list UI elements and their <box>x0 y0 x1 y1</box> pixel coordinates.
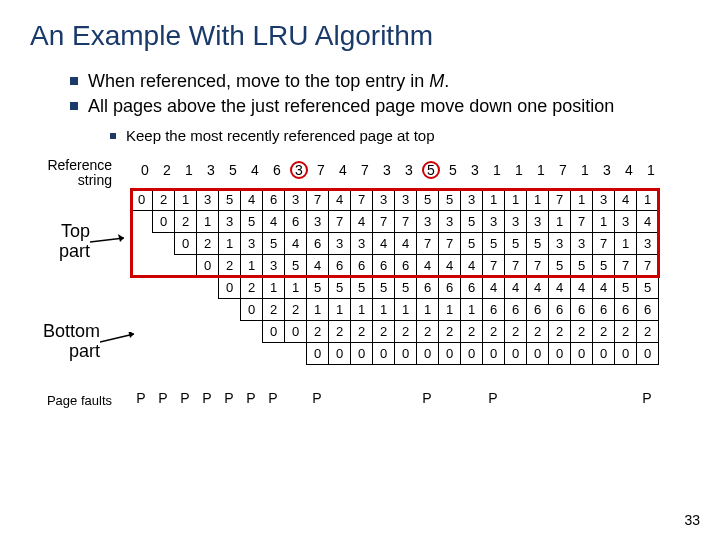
grid-cell <box>131 254 153 276</box>
grid-cell: 3 <box>285 188 307 210</box>
ref-cell: 6 <box>266 162 288 178</box>
grid-cell <box>131 232 153 254</box>
grid-cell: 5 <box>549 254 571 276</box>
grid-cell: 5 <box>307 276 329 298</box>
grid-cell: 2 <box>197 232 219 254</box>
grid-cell: 2 <box>285 298 307 320</box>
grid-cell <box>285 342 307 364</box>
grid-cell: 3 <box>461 188 483 210</box>
grid-cell: 5 <box>461 210 483 232</box>
grid-cell: 5 <box>263 232 285 254</box>
grid-cell: 6 <box>329 254 351 276</box>
grid-cell: 1 <box>263 276 285 298</box>
grid-cell: 7 <box>483 254 505 276</box>
grid-cell <box>175 254 197 276</box>
grid-cell: 7 <box>593 232 615 254</box>
grid-cell: 4 <box>461 254 483 276</box>
bottom-part-label: Bottom part <box>30 322 100 362</box>
ref-cell: 1 <box>486 162 508 178</box>
ref-cell: 4 <box>618 162 640 178</box>
page-number: 33 <box>684 512 700 528</box>
ref-cell: 1 <box>530 162 552 178</box>
grid-cell: 3 <box>307 210 329 232</box>
fault-cell: P <box>218 390 240 406</box>
grid-cell: 6 <box>373 254 395 276</box>
grid-cell: 6 <box>549 298 571 320</box>
ref-cell: 1 <box>640 162 662 178</box>
grid-cell: 0 <box>571 342 593 364</box>
grid-cell: 5 <box>527 232 549 254</box>
grid-cell: 2 <box>505 320 527 342</box>
grid-cell: 4 <box>637 210 659 232</box>
grid-cell: 1 <box>527 188 549 210</box>
grid-cell: 0 <box>549 342 571 364</box>
grid-cell: 5 <box>615 276 637 298</box>
ref-cell: 5 <box>420 162 442 178</box>
grid-cell: 2 <box>219 254 241 276</box>
grid-cell: 2 <box>483 320 505 342</box>
grid-cell: 3 <box>615 210 637 232</box>
grid-cell: 3 <box>549 232 571 254</box>
grid-cell <box>153 254 175 276</box>
ref-cell: 7 <box>552 162 574 178</box>
bullet-item: All pages above the just referenced page… <box>70 95 690 118</box>
fault-cell <box>570 390 592 406</box>
ref-cell: 7 <box>310 162 332 178</box>
fault-cell <box>394 390 416 406</box>
grid-cell: 0 <box>417 342 439 364</box>
grid-cell: 4 <box>285 232 307 254</box>
grid-cell: 1 <box>637 188 659 210</box>
reference-string-row: 021354637473355311171341 <box>134 162 662 178</box>
grid-cell: 3 <box>637 232 659 254</box>
grid-cell: 0 <box>241 298 263 320</box>
grid-cell <box>153 320 175 342</box>
fault-cell <box>526 390 548 406</box>
fault-cell <box>350 390 372 406</box>
grid-cell: 3 <box>373 188 395 210</box>
grid-cell <box>241 320 263 342</box>
grid-cell: 1 <box>549 210 571 232</box>
grid-cell <box>263 342 285 364</box>
sub-bullet-item: Keep the most recently referenced page a… <box>110 127 690 144</box>
grid-cell: 2 <box>153 188 175 210</box>
grid-cell: 0 <box>439 342 461 364</box>
grid-cell <box>131 298 153 320</box>
circle-highlight-icon <box>422 161 440 179</box>
ref-cell: 4 <box>244 162 266 178</box>
grid-cell: 2 <box>571 320 593 342</box>
grid-cell <box>197 276 219 298</box>
ref-cell: 1 <box>508 162 530 178</box>
grid-cell <box>131 276 153 298</box>
fault-cell <box>592 390 614 406</box>
grid-cell: 7 <box>351 188 373 210</box>
grid-cell: 1 <box>197 210 219 232</box>
grid-cell: 0 <box>329 342 351 364</box>
ref-cell: 5 <box>222 162 244 178</box>
grid-cell: 0 <box>505 342 527 364</box>
grid-cell: 2 <box>615 320 637 342</box>
grid-cell: 3 <box>505 210 527 232</box>
grid-cell: 1 <box>241 254 263 276</box>
grid-cell: 0 <box>153 210 175 232</box>
grid-cell: 7 <box>307 188 329 210</box>
grid-cell: 3 <box>395 188 417 210</box>
grid-cell: 6 <box>439 276 461 298</box>
grid-cell: 2 <box>395 320 417 342</box>
bullet-square-icon <box>70 102 78 110</box>
grid-cell <box>241 342 263 364</box>
grid-cell <box>175 320 197 342</box>
fault-cell <box>328 390 350 406</box>
fault-cell <box>460 390 482 406</box>
fault-cell <box>614 390 636 406</box>
grid-cell: 7 <box>637 254 659 276</box>
grid-cell: 4 <box>527 276 549 298</box>
grid-cell: 5 <box>219 188 241 210</box>
grid-cell: 2 <box>351 320 373 342</box>
grid-cell: 4 <box>417 254 439 276</box>
grid-cell: 1 <box>439 298 461 320</box>
grid-cell: 4 <box>263 210 285 232</box>
ref-cell: 4 <box>332 162 354 178</box>
grid-cell <box>175 276 197 298</box>
ref-cell: 3 <box>596 162 618 178</box>
grid-cell <box>153 342 175 364</box>
